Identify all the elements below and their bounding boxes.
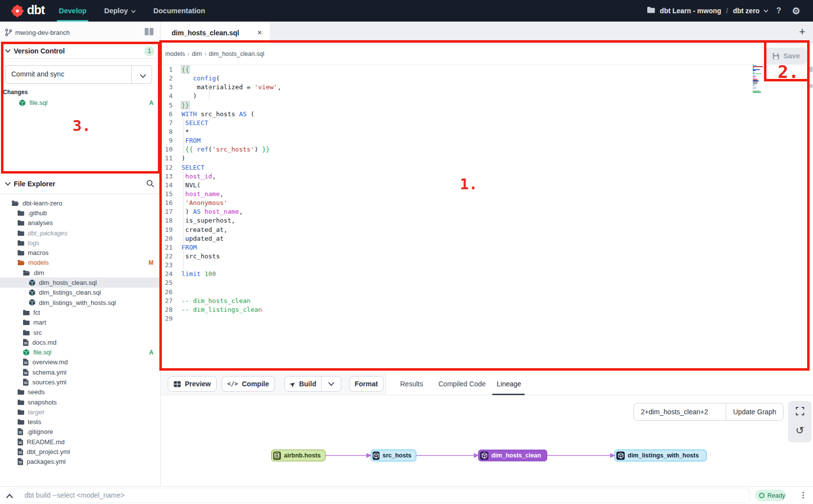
tree-item-macros[interactable]: macros	[0, 248, 160, 257]
tree-item-dim[interactable]: dim	[0, 268, 160, 277]
kebab-menu-icon[interactable]: ⋮	[799, 490, 807, 500]
build-button[interactable]: ➤ Build	[284, 376, 322, 392]
file-explorer-header[interactable]: File Explorer	[0, 174, 160, 194]
command-input[interactable]: dbt build --select <model_name>	[25, 491, 125, 499]
tree-item-snapshots[interactable]: snapshots	[0, 397, 160, 407]
tree-item-schema-yml[interactable]: schema.yml	[0, 367, 160, 377]
code-line-26	[181, 288, 281, 297]
model-icon	[28, 279, 36, 287]
tab-compiled-code[interactable]: Compiled Code	[438, 373, 486, 395]
tree-item-mart[interactable]: mart	[0, 318, 160, 328]
tab-results[interactable]: Results	[400, 373, 423, 395]
cube-icon	[480, 452, 488, 460]
tree-item-readme-md[interactable]: README.md	[0, 437, 160, 447]
version-control-header[interactable]: Version Control 1	[0, 44, 160, 59]
tree-item-sources-yml[interactable]: sources.yml	[0, 377, 160, 387]
tree-item-dim-listings-clean-sql[interactable]: dim_listings_clean.sql	[0, 288, 160, 298]
file-icon	[17, 448, 24, 455]
search-icon[interactable]	[146, 179, 154, 190]
tab-lineage[interactable]: Lineage	[497, 373, 521, 395]
ready-dot-icon	[759, 493, 764, 498]
dbt-logo[interactable]: dbt	[11, 4, 50, 18]
code-line-2: config(	[181, 74, 281, 83]
tree-item-label: dbt_project.yml	[27, 448, 70, 455]
lineage-node-airbnb-hosts[interactable]: airbnb.hosts	[271, 450, 326, 461]
lineage-node-src-hosts[interactable]: src_hosts	[371, 450, 416, 461]
code-line-24: limit 100	[181, 270, 281, 278]
cube-icon	[373, 452, 380, 460]
code-line-16: 'Anonymous'	[181, 199, 281, 207]
branch-name: mwong-dev-branch	[15, 29, 70, 36]
chevron-down-icon	[5, 49, 11, 53]
close-icon[interactable]: ×	[257, 28, 262, 37]
folder-icon	[17, 210, 25, 216]
lineage-node-label: dim_listings_with_hosts	[628, 452, 699, 459]
model-icon	[23, 349, 30, 356]
tree-item-dbt-project-yml[interactable]: dbt_project.yml	[0, 447, 160, 456]
preview-button[interactable]: Preview	[168, 376, 217, 392]
nav-develop[interactable]: Develop	[50, 0, 95, 22]
tree-item-dbt-learn-zero[interactable]: dbt-learn-zero	[0, 198, 160, 208]
tree-item-src[interactable]: src	[0, 328, 160, 337]
code-area[interactable]: 1234567891011121314151617181920212223242…	[161, 65, 813, 373]
tree-item-dim-hosts-clean-sql[interactable]: dim_hosts_clean.sql	[0, 277, 160, 287]
code-line-1: {{	[181, 65, 281, 74]
tree-item-overview-md[interactable]: overview.md	[0, 357, 160, 367]
tree-item-dbt-packages[interactable]: dbt_packages	[0, 228, 160, 238]
tree-item-models[interactable]: modelsM	[0, 258, 160, 268]
compile-button[interactable]: </> Compile	[222, 376, 275, 392]
code-icon: </>	[228, 380, 238, 387]
folder-icon	[17, 230, 25, 236]
breadcrumb: models›dim›dim_hosts_clean.sql	[165, 50, 264, 57]
gear-icon[interactable]: ⚙	[789, 5, 803, 17]
minimap[interactable]	[753, 64, 764, 94]
folder-icon	[17, 220, 25, 226]
save-button[interactable]: Save	[765, 48, 807, 64]
new-tab-button[interactable]: +	[795, 25, 809, 39]
folder-icon	[17, 389, 25, 395]
indent-guide	[209, 83, 209, 101]
code-line-15: host_name,	[181, 190, 281, 199]
file-explorer-title: File Explorer	[14, 180, 55, 188]
tree-item-docs-md[interactable]: docs.md	[0, 337, 160, 347]
chevron-down-icon	[5, 182, 11, 186]
nav-deploy[interactable]: Deploy	[95, 0, 144, 22]
tree-item-target[interactable]: target	[0, 407, 160, 417]
tree-item-dim-listings-with-hosts-sql[interactable]: dim_listings_with_hosts.sql	[0, 298, 160, 307]
folder-open-icon	[11, 200, 19, 206]
lineage-node-dim-hosts-clean[interactable]: dim_hosts_clean	[478, 450, 547, 461]
lineage-node-dim-listings-with-hosts[interactable]: dim_listings_with_hosts	[614, 450, 707, 461]
file-explorer: File Explorer	[0, 173, 160, 194]
project-switcher[interactable]: dbt Learn - mwong / dbt zero	[660, 7, 769, 15]
changed-file-row[interactable]: file.sql A	[0, 98, 160, 108]
tree-item-logs[interactable]: logs	[0, 238, 160, 248]
lineage-node-label: src_hosts	[382, 452, 411, 459]
code-line-9: FROM	[181, 136, 281, 145]
tab-dim-hosts-clean[interactable]: dim_hosts_clean.sql ×	[161, 22, 270, 44]
chevron-down-icon[interactable]	[140, 72, 146, 80]
file-icon	[17, 458, 24, 465]
file-icon	[17, 438, 24, 446]
tree-item-label: sources.yml	[32, 378, 66, 386]
tree-item--github[interactable]: .github	[0, 208, 160, 218]
tree-item-analyses[interactable]: analyses	[0, 218, 160, 228]
nav-documentation[interactable]: Documentation	[145, 0, 214, 22]
tree-item-tests[interactable]: tests	[0, 417, 160, 427]
help-icon[interactable]: ?	[773, 6, 784, 15]
tree-item-fct[interactable]: fct	[0, 307, 160, 317]
tree-item--gitignore[interactable]: .gitignore	[0, 427, 160, 437]
commit-and-sync-button[interactable]: Commit and sync	[5, 65, 152, 84]
build-options-button[interactable]	[321, 376, 341, 392]
code-line-17: ) AS host_name,	[181, 207, 281, 216]
code-lines: {{ config( materialized = 'view', )}}WIT…	[181, 65, 281, 323]
tree-item-seeds[interactable]: seeds	[0, 387, 160, 397]
scrollbar-marker	[810, 84, 813, 88]
tree-item-file-sql[interactable]: file.sqlA	[0, 347, 160, 357]
folder-icon	[17, 409, 25, 415]
docs-panel-icon[interactable]	[140, 28, 153, 37]
format-button[interactable]: Format	[349, 376, 383, 392]
chevron-up-icon[interactable]	[6, 492, 13, 501]
scrollbar-marker	[810, 67, 813, 72]
changes-label: Changes	[3, 89, 28, 96]
tree-item-packages-yml[interactable]: packages.yml	[0, 457, 160, 467]
